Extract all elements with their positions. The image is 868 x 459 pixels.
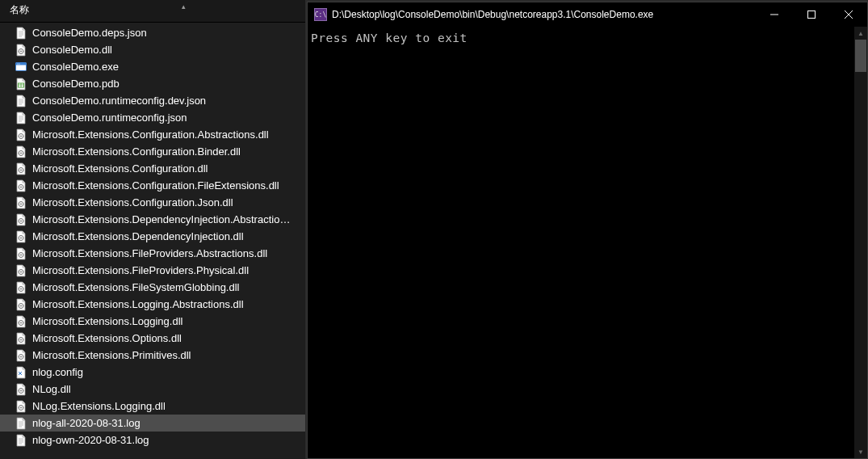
pdb-file-icon xyxy=(15,78,27,91)
file-name-label: Microsoft.Extensions.DependencyInjection… xyxy=(32,213,296,227)
file-row[interactable]: ConsoleDemo.dll xyxy=(0,41,305,58)
svg-point-24 xyxy=(20,271,22,272)
svg-point-22 xyxy=(20,254,22,255)
text-file-icon xyxy=(15,417,27,430)
file-row[interactable]: ConsoleDemo.runtimeconfig.json xyxy=(0,109,305,126)
file-name-label: Microsoft.Extensions.Configuration.FileE… xyxy=(32,179,279,193)
file-row[interactable]: nlog.config xyxy=(0,364,305,381)
file-name-label: ConsoleDemo.runtimeconfig.json xyxy=(32,111,187,125)
file-row[interactable]: ConsoleDemo.deps.json xyxy=(0,24,305,41)
svg-point-4 xyxy=(17,63,18,64)
console-output[interactable]: Press ANY key to exit xyxy=(308,27,854,458)
svg-point-28 xyxy=(20,305,22,306)
dll-file-icon xyxy=(15,44,27,57)
file-name-label: Microsoft.Extensions.Configuration.Abstr… xyxy=(32,128,269,142)
svg-point-20 xyxy=(20,237,22,238)
file-row[interactable]: NLog.Extensions.Logging.dll xyxy=(0,398,305,415)
svg-point-36 xyxy=(20,390,22,391)
file-name-label: ConsoleDemo.deps.json xyxy=(32,26,147,40)
svg-point-12 xyxy=(20,169,22,171)
console-app-icon: C:\ xyxy=(314,8,327,21)
file-row[interactable]: Microsoft.Extensions.Configuration.FileE… xyxy=(0,177,305,194)
dll-file-icon xyxy=(15,213,27,226)
file-name-label: Microsoft.Extensions.Options.dll xyxy=(32,331,182,346)
text-file-icon xyxy=(15,434,27,447)
file-row[interactable]: ConsoleDemo.pdb xyxy=(0,75,305,92)
column-name-header[interactable]: 名称 xyxy=(10,3,29,17)
console-titlebar[interactable]: C:\ D:\Desktop\log\ConsoleDemo\bin\Debug… xyxy=(308,2,867,27)
svg-point-5 xyxy=(19,63,19,64)
file-row[interactable]: Microsoft.Extensions.FileSystemGlobbing.… xyxy=(0,279,305,296)
file-explorer-panel: 名称 ▴ ConsoleDemo.deps.jsonConsoleDemo.dl… xyxy=(0,0,305,459)
svg-point-32 xyxy=(20,339,22,340)
file-row[interactable]: Microsoft.Extensions.Configuration.Json.… xyxy=(0,194,305,211)
dll-file-icon xyxy=(15,230,27,243)
json-file-icon xyxy=(15,95,27,107)
console-body: Press ANY key to exit ▲ ▼ xyxy=(308,27,867,458)
file-row[interactable]: Microsoft.Extensions.Options.dll xyxy=(0,330,305,347)
dll-file-icon xyxy=(15,179,27,192)
file-row[interactable]: NLog.dll xyxy=(0,381,305,398)
svg-point-10 xyxy=(20,152,22,154)
console-window: C:\ D:\Desktop\log\ConsoleDemo\bin\Debug… xyxy=(307,2,868,459)
file-row[interactable]: Microsoft.Extensions.Primitives.dll xyxy=(0,347,305,364)
dll-file-icon xyxy=(15,298,27,311)
svg-point-26 xyxy=(20,288,22,289)
scrollbar-arrow-down-icon[interactable]: ▼ xyxy=(854,445,867,458)
dll-file-icon xyxy=(15,400,27,413)
file-row[interactable]: nlog-all-2020-08-31.log xyxy=(0,415,305,432)
svg-point-16 xyxy=(20,203,22,204)
file-row[interactable]: Microsoft.Extensions.DependencyInjection… xyxy=(0,211,305,228)
file-row[interactable]: Microsoft.Extensions.Configuration.Binde… xyxy=(0,143,305,160)
minimize-button[interactable] xyxy=(756,2,793,27)
svg-point-8 xyxy=(20,135,22,137)
dll-file-icon xyxy=(15,145,27,158)
scrollbar-thumb[interactable] xyxy=(855,40,866,72)
file-name-label: Microsoft.Extensions.DependencyInjection… xyxy=(32,230,244,244)
file-name-label: Microsoft.Extensions.Configuration.dll xyxy=(32,162,208,176)
file-row[interactable]: Microsoft.Extensions.FileProviders.Physi… xyxy=(0,262,305,279)
dll-file-icon xyxy=(15,349,27,362)
maximize-button[interactable] xyxy=(793,2,830,27)
dll-file-icon xyxy=(15,264,27,277)
file-name-label: ConsoleDemo.runtimeconfig.dev.json xyxy=(32,94,206,108)
dll-file-icon xyxy=(15,281,27,294)
file-row[interactable]: Microsoft.Extensions.DependencyInjection… xyxy=(0,228,305,245)
svg-point-30 xyxy=(20,322,22,323)
file-name-label: Microsoft.Extensions.FileSystemGlobbing.… xyxy=(32,280,240,295)
file-row[interactable]: Microsoft.Extensions.Configuration.Abstr… xyxy=(0,126,305,143)
file-name-label: Microsoft.Extensions.FileProviders.Abstr… xyxy=(32,246,267,261)
file-name-label: Microsoft.Extensions.Logging.dll xyxy=(32,314,182,329)
maximize-icon xyxy=(807,11,816,19)
console-title: D:\Desktop\log\ConsoleDemo\bin\Debug\net… xyxy=(332,9,756,20)
file-name-label: nlog-all-2020-08-31.log xyxy=(32,416,140,431)
console-app-icon-text: C:\ xyxy=(315,11,326,19)
file-name-label: Microsoft.Extensions.Configuration.Json.… xyxy=(32,196,233,210)
dll-file-icon xyxy=(15,128,27,141)
file-name-label: Microsoft.Extensions.Logging.Abstraction… xyxy=(32,297,244,312)
scrollbar-arrow-up-icon[interactable]: ▲ xyxy=(854,27,867,40)
exe-file-icon xyxy=(15,61,27,74)
svg-rect-39 xyxy=(808,11,816,19)
close-button[interactable] xyxy=(830,2,867,27)
close-icon xyxy=(845,11,853,19)
file-name-label: nlog.config xyxy=(32,365,83,380)
file-row[interactable]: Microsoft.Extensions.FileProviders.Abstr… xyxy=(0,245,305,262)
file-row[interactable]: ConsoleDemo.exe xyxy=(0,58,305,75)
file-row[interactable]: nlog-own-2020-08-31.log xyxy=(0,432,305,448)
file-name-label: Microsoft.Extensions.Configuration.Binde… xyxy=(32,145,241,159)
svg-point-18 xyxy=(20,220,22,221)
file-name-label: Microsoft.Extensions.FileProviders.Physi… xyxy=(32,263,249,278)
svg-point-38 xyxy=(20,406,22,408)
json-file-icon xyxy=(15,112,27,124)
console-area: C:\ D:\Desktop\log\ConsoleDemo\bin\Debug… xyxy=(305,0,868,459)
file-row[interactable]: ConsoleDemo.runtimeconfig.dev.json xyxy=(0,92,305,109)
file-list-header[interactable]: 名称 ▴ xyxy=(0,0,305,23)
dll-file-icon xyxy=(15,383,27,396)
console-scrollbar[interactable]: ▲ ▼ xyxy=(854,27,867,458)
file-row[interactable]: Microsoft.Extensions.Logging.Abstraction… xyxy=(0,296,305,313)
file-row[interactable]: Microsoft.Extensions.Configuration.dll xyxy=(0,160,305,177)
dll-file-icon xyxy=(15,196,27,209)
file-list[interactable]: ConsoleDemo.deps.jsonConsoleDemo.dllCons… xyxy=(0,23,305,459)
file-row[interactable]: Microsoft.Extensions.Logging.dll xyxy=(0,313,305,330)
